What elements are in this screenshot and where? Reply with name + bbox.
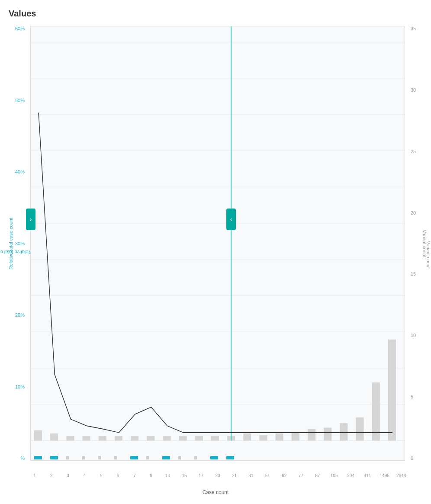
- svg-rect-31: [340, 423, 347, 440]
- svg-rect-19: [147, 436, 154, 440]
- svg-rect-13: [50, 433, 58, 441]
- slider-left-icon: ›: [30, 216, 32, 223]
- x-label-9: 9: [147, 473, 155, 478]
- y-label-60: 60%: [15, 26, 25, 31]
- svg-rect-25: [243, 433, 251, 441]
- svg-rect-18: [131, 436, 138, 440]
- svg-rect-32: [356, 417, 363, 441]
- x-label-2648: 2648: [396, 473, 405, 478]
- x-label-51: 51: [263, 473, 272, 478]
- x-label-15: 15: [180, 473, 189, 478]
- slider-right[interactable]: ‹: [226, 209, 236, 230]
- x-label-4: 4: [80, 473, 89, 478]
- x-label-87: 87: [313, 473, 322, 478]
- svg-rect-34: [388, 340, 396, 441]
- x-label-17: 17: [197, 473, 206, 478]
- x-axis-title: Case count: [0, 489, 431, 495]
- x-label-20: 20: [213, 473, 222, 478]
- svg-rect-12: [34, 430, 42, 441]
- x-label-6: 6: [113, 473, 122, 478]
- x-label-1: 1: [30, 473, 39, 478]
- svg-rect-27: [276, 433, 283, 441]
- x-label-21: 21: [230, 473, 238, 478]
- svg-rect-28: [292, 432, 299, 441]
- x-label-1495: 1495: [380, 473, 389, 478]
- y-left-axis-label: Relative total case count: [6, 26, 15, 461]
- chart-area: › ‹: [30, 26, 405, 461]
- y-right-10: 10: [411, 333, 416, 338]
- y-label-50: 50%: [15, 98, 25, 103]
- x-axis: 1 2 3 4 5 6 7 9 10 15 17 20 21 31 51 62 …: [30, 471, 405, 478]
- y-left-axis-text: Relative total case count: [8, 218, 13, 270]
- y-right-15: 15: [411, 271, 416, 276]
- x-label-2: 2: [47, 473, 55, 478]
- chart-container: Values Relative total case count Variant…: [0, 0, 431, 504]
- x-label-7: 7: [130, 473, 139, 478]
- y-right-20: 20: [411, 210, 416, 215]
- svg-rect-29: [308, 429, 315, 441]
- y-label-10: 10%: [15, 384, 25, 389]
- svg-rect-20: [163, 436, 170, 440]
- x-label-204: 204: [347, 473, 355, 478]
- y-right-5: 5: [411, 394, 413, 399]
- svg-rect-26: [259, 435, 267, 440]
- y-right-axis-label: Variant count: [420, 26, 429, 461]
- x-label-105: 105: [330, 473, 338, 478]
- slider-left[interactable]: ›: [26, 209, 35, 230]
- y-right-25: 25: [411, 149, 416, 154]
- chart-svg: [31, 26, 405, 460]
- y-label-20: 20%: [15, 312, 25, 318]
- svg-rect-30: [324, 428, 331, 441]
- y-right-30: 30: [411, 87, 416, 93]
- svg-rect-23: [211, 436, 219, 440]
- svg-rect-33: [372, 382, 380, 440]
- svg-rect-15: [83, 436, 90, 440]
- svg-rect-17: [115, 436, 122, 440]
- y-right-35: 35: [411, 26, 416, 31]
- slider-right-icon: ‹: [230, 216, 232, 223]
- y-right-axis-text: Variant count: [422, 229, 427, 257]
- x-label-5: 5: [97, 473, 106, 478]
- svg-rect-22: [195, 436, 203, 440]
- x-label-3: 3: [64, 473, 72, 478]
- y-label-percent: %: [20, 456, 25, 461]
- svg-rect-21: [179, 436, 187, 440]
- x-label-31: 31: [247, 473, 255, 478]
- x-label-62: 62: [280, 473, 289, 478]
- x-label-10: 10: [164, 473, 172, 478]
- x-label-411: 411: [363, 473, 372, 478]
- svg-rect-14: [66, 436, 74, 440]
- y-label-40: 40%: [15, 169, 25, 174]
- y-right-0: 0: [411, 456, 413, 461]
- y-label-30: 30%: [15, 241, 25, 246]
- chart-title: Values: [9, 9, 36, 19]
- x-label-77: 77: [296, 473, 305, 478]
- svg-rect-16: [99, 436, 106, 440]
